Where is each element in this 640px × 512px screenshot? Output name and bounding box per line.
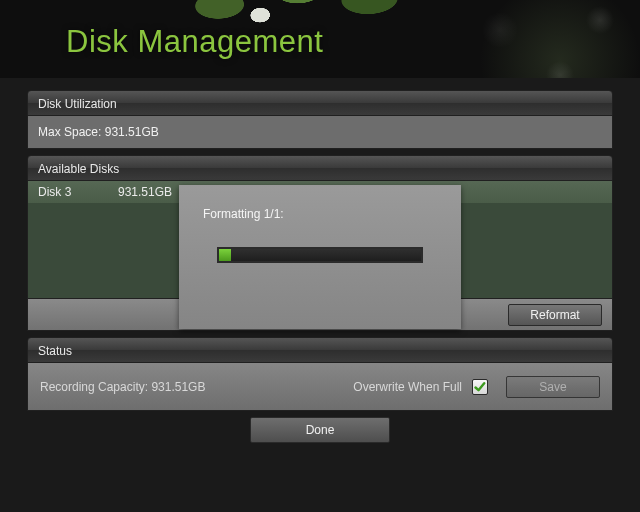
- section-heading-status: Status: [27, 337, 613, 363]
- section-heading-utilization: Disk Utilization: [27, 90, 613, 116]
- check-icon: [474, 381, 486, 393]
- recording-capacity-value: 931.51GB: [151, 380, 205, 394]
- disk-name: Disk 3: [28, 181, 118, 203]
- format-progress: [217, 247, 423, 263]
- recording-capacity-label: Recording Capacity:: [40, 380, 148, 394]
- formatting-label: Formatting 1/1:: [203, 207, 437, 221]
- overwrite-checkbox[interactable]: [472, 379, 488, 395]
- save-button[interactable]: Save: [506, 376, 600, 398]
- format-progress-fill: [219, 249, 231, 261]
- reformat-button[interactable]: Reformat: [508, 304, 602, 326]
- section-heading-disks: Available Disks: [27, 155, 613, 181]
- overwrite-label: Overwrite When Full: [353, 380, 462, 394]
- max-space-label: Max Space:: [38, 125, 101, 139]
- formatting-dialog: Formatting 1/1:: [179, 185, 461, 329]
- page-title: Disk Management: [66, 24, 323, 60]
- done-button[interactable]: Done: [250, 417, 390, 443]
- max-space-value: 931.51GB: [105, 125, 159, 139]
- utilization-body: Max Space: 931.51GB: [27, 116, 613, 149]
- status-body: Recording Capacity: 931.51GB Overwrite W…: [27, 363, 613, 411]
